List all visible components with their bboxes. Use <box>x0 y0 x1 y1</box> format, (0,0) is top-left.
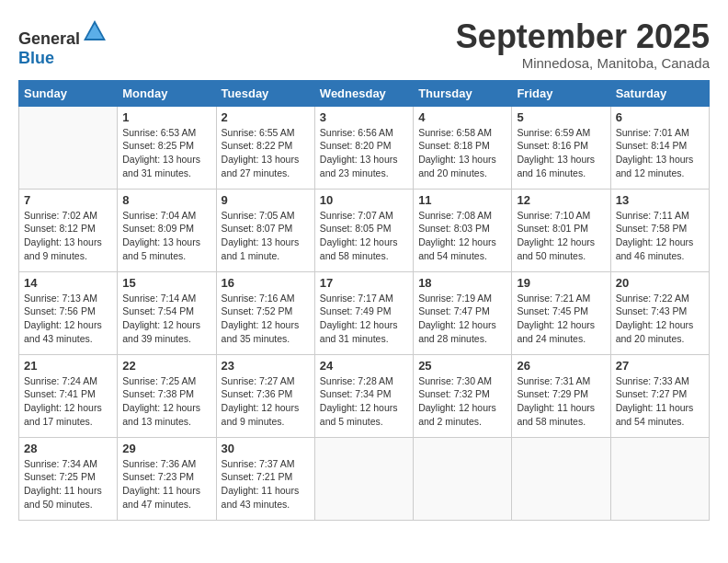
day-info: Sunrise: 7:17 AM Sunset: 7:49 PM Dayligh… <box>320 292 408 346</box>
day-number: 15 <box>122 276 210 290</box>
calendar-cell: 16Sunrise: 7:16 AM Sunset: 7:52 PM Dayli… <box>216 271 314 354</box>
week-row: 21Sunrise: 7:24 AM Sunset: 7:41 PM Dayli… <box>19 354 710 437</box>
calendar-cell: 3Sunrise: 6:56 AM Sunset: 8:20 PM Daylig… <box>314 106 413 189</box>
day-number: 3 <box>320 110 408 124</box>
day-info: Sunrise: 7:02 AM Sunset: 8:12 PM Dayligh… <box>24 209 112 263</box>
day-number: 19 <box>517 276 605 290</box>
day-number: 17 <box>320 276 408 290</box>
day-number: 5 <box>517 110 605 124</box>
calendar-cell: 20Sunrise: 7:22 AM Sunset: 7:43 PM Dayli… <box>610 271 709 354</box>
day-number: 13 <box>616 193 704 207</box>
calendar-cell: 2Sunrise: 6:55 AM Sunset: 8:22 PM Daylig… <box>216 106 314 189</box>
day-info: Sunrise: 7:10 AM Sunset: 8:01 PM Dayligh… <box>517 209 605 263</box>
day-number: 22 <box>122 359 210 373</box>
logo-general: General <box>18 29 80 48</box>
day-info: Sunrise: 7:01 AM Sunset: 8:14 PM Dayligh… <box>616 126 704 180</box>
day-info: Sunrise: 7:30 AM Sunset: 7:32 PM Dayligh… <box>418 374 506 429</box>
day-info: Sunrise: 7:24 AM Sunset: 7:41 PM Dayligh… <box>24 374 112 429</box>
calendar-cell: 12Sunrise: 7:10 AM Sunset: 8:01 PM Dayli… <box>512 189 610 271</box>
calendar-cell: 5Sunrise: 6:59 AM Sunset: 8:16 PM Daylig… <box>512 106 610 189</box>
day-number: 14 <box>24 276 112 290</box>
day-info: Sunrise: 7:22 AM Sunset: 7:43 PM Dayligh… <box>616 292 704 346</box>
calendar-cell <box>610 437 709 520</box>
calendar-cell: 9Sunrise: 7:05 AM Sunset: 8:07 PM Daylig… <box>216 189 314 271</box>
day-number: 28 <box>24 442 112 455</box>
day-of-week-header: Saturday <box>610 80 709 106</box>
day-info: Sunrise: 6:59 AM Sunset: 8:16 PM Dayligh… <box>517 126 605 180</box>
calendar-cell: 29Sunrise: 7:36 AM Sunset: 7:23 PM Dayli… <box>118 437 216 520</box>
week-row: 28Sunrise: 7:34 AM Sunset: 7:25 PM Dayli… <box>19 437 710 520</box>
location-title: Minnedosa, Manitoba, Canada <box>456 55 710 71</box>
day-number: 7 <box>24 193 112 207</box>
day-number: 21 <box>24 359 112 373</box>
day-number: 20 <box>616 276 704 290</box>
day-info: Sunrise: 7:11 AM Sunset: 7:58 PM Dayligh… <box>616 209 704 263</box>
day-number: 23 <box>222 359 310 373</box>
day-info: Sunrise: 7:07 AM Sunset: 8:05 PM Dayligh… <box>320 209 408 263</box>
calendar-cell: 6Sunrise: 7:01 AM Sunset: 8:14 PM Daylig… <box>610 106 709 189</box>
calendar-cell: 28Sunrise: 7:34 AM Sunset: 7:25 PM Dayli… <box>19 437 118 520</box>
day-info: Sunrise: 7:13 AM Sunset: 7:56 PM Dayligh… <box>24 292 112 346</box>
day-of-week-header: Monday <box>118 80 216 106</box>
day-number: 8 <box>122 193 210 207</box>
day-number: 12 <box>517 193 605 207</box>
day-info: Sunrise: 6:55 AM Sunset: 8:22 PM Dayligh… <box>222 126 310 180</box>
day-info: Sunrise: 6:53 AM Sunset: 8:25 PM Dayligh… <box>122 126 210 180</box>
day-info: Sunrise: 7:28 AM Sunset: 7:34 PM Dayligh… <box>320 374 408 429</box>
calendar-cell: 1Sunrise: 6:53 AM Sunset: 8:25 PM Daylig… <box>118 106 216 189</box>
day-info: Sunrise: 7:27 AM Sunset: 7:36 PM Dayligh… <box>222 374 310 429</box>
day-number: 2 <box>222 110 310 124</box>
calendar-cell: 11Sunrise: 7:08 AM Sunset: 8:03 PM Dayli… <box>414 189 512 271</box>
day-number: 1 <box>122 110 210 124</box>
day-of-week-header: Wednesday <box>314 80 413 106</box>
calendar-header-row: SundayMondayTuesdayWednesdayThursdayFrid… <box>19 80 710 106</box>
day-number: 27 <box>616 359 704 373</box>
logo-icon <box>82 18 108 44</box>
day-of-week-header: Tuesday <box>216 80 314 106</box>
day-number: 9 <box>222 193 310 207</box>
calendar-cell: 22Sunrise: 7:25 AM Sunset: 7:38 PM Dayli… <box>118 354 216 437</box>
calendar-cell: 18Sunrise: 7:19 AM Sunset: 7:47 PM Dayli… <box>414 271 512 354</box>
day-info: Sunrise: 7:25 AM Sunset: 7:38 PM Dayligh… <box>122 374 210 429</box>
day-number: 16 <box>222 276 310 290</box>
title-block: September 2025 Minnedosa, Manitoba, Cana… <box>456 18 710 71</box>
calendar-cell <box>314 437 413 520</box>
day-info: Sunrise: 6:56 AM Sunset: 8:20 PM Dayligh… <box>320 126 408 180</box>
logo-blue: Blue <box>18 49 54 67</box>
day-number: 6 <box>616 110 704 124</box>
day-info: Sunrise: 7:04 AM Sunset: 8:09 PM Dayligh… <box>122 209 210 263</box>
day-number: 11 <box>418 193 506 207</box>
day-of-week-header: Thursday <box>414 80 512 106</box>
day-number: 25 <box>418 359 506 373</box>
calendar-cell <box>19 106 118 189</box>
day-number: 29 <box>122 442 210 455</box>
calendar-cell: 4Sunrise: 6:58 AM Sunset: 8:18 PM Daylig… <box>414 106 512 189</box>
month-title: September 2025 <box>456 18 710 55</box>
day-number: 30 <box>222 442 310 455</box>
calendar-table: SundayMondayTuesdayWednesdayThursdayFrid… <box>18 80 710 521</box>
logo: General Blue <box>18 18 108 68</box>
day-number: 18 <box>418 276 506 290</box>
day-info: Sunrise: 7:31 AM Sunset: 7:29 PM Dayligh… <box>517 374 605 429</box>
day-number: 10 <box>320 193 408 207</box>
day-info: Sunrise: 7:36 AM Sunset: 7:23 PM Dayligh… <box>122 457 210 511</box>
day-info: Sunrise: 7:21 AM Sunset: 7:45 PM Dayligh… <box>517 292 605 346</box>
day-info: Sunrise: 7:14 AM Sunset: 7:54 PM Dayligh… <box>122 292 210 346</box>
calendar-cell: 13Sunrise: 7:11 AM Sunset: 7:58 PM Dayli… <box>610 189 709 271</box>
day-number: 24 <box>320 359 408 373</box>
calendar-cell: 25Sunrise: 7:30 AM Sunset: 7:32 PM Dayli… <box>414 354 512 437</box>
calendar-cell: 17Sunrise: 7:17 AM Sunset: 7:49 PM Dayli… <box>314 271 413 354</box>
calendar-cell <box>414 437 512 520</box>
calendar-cell <box>512 437 610 520</box>
day-info: Sunrise: 6:58 AM Sunset: 8:18 PM Dayligh… <box>418 126 506 180</box>
day-info: Sunrise: 7:16 AM Sunset: 7:52 PM Dayligh… <box>222 292 310 346</box>
day-number: 26 <box>517 359 605 373</box>
day-of-week-header: Sunday <box>19 80 118 106</box>
page-header: General Blue September 2025 Minnedosa, M… <box>18 18 710 71</box>
day-info: Sunrise: 7:34 AM Sunset: 7:25 PM Dayligh… <box>24 457 112 511</box>
calendar-cell: 26Sunrise: 7:31 AM Sunset: 7:29 PM Dayli… <box>512 354 610 437</box>
day-info: Sunrise: 7:08 AM Sunset: 8:03 PM Dayligh… <box>418 209 506 263</box>
calendar-cell: 23Sunrise: 7:27 AM Sunset: 7:36 PM Dayli… <box>216 354 314 437</box>
calendar-cell: 24Sunrise: 7:28 AM Sunset: 7:34 PM Dayli… <box>314 354 413 437</box>
week-row: 14Sunrise: 7:13 AM Sunset: 7:56 PM Dayli… <box>19 271 710 354</box>
